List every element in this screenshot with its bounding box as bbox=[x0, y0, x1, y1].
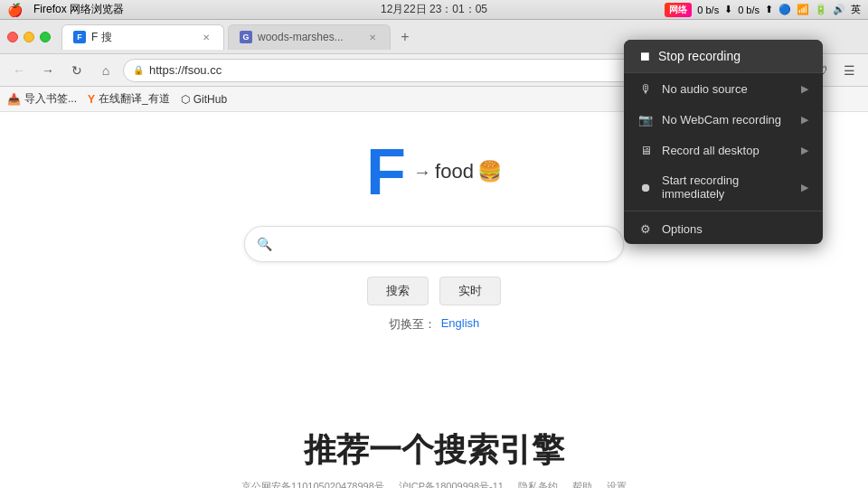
browser-window: F F 搜 ✕ G woods-marshes... ✕ + ← → ↻ ⌂ 🔒… bbox=[0, 20, 868, 488]
arrow-icon-desktop: ▶ bbox=[801, 145, 808, 156]
bookmark-import-label: 导入书签... bbox=[24, 91, 77, 107]
help[interactable]: 帮助 bbox=[572, 480, 592, 488]
privacy: 隐私条约 bbox=[518, 480, 558, 488]
bookmark-github-icon: ⬡ bbox=[181, 93, 190, 106]
tab-close-woods[interactable]: ✕ bbox=[366, 31, 379, 43]
bookmark-youdao-icon: Y bbox=[88, 93, 95, 106]
bookmark-github[interactable]: ⬡ GitHub bbox=[181, 93, 227, 106]
bluetooth-icon: 🔵 bbox=[778, 4, 791, 15]
icp2: 沪ICP备18009998号-11 bbox=[399, 480, 504, 488]
bottom-section: 推荐一个搜索引擎 京公网安备110105020478998号 沪ICP备1800… bbox=[0, 410, 868, 488]
logo-f: F bbox=[366, 139, 406, 204]
app-name: Firefox 网络浏览器 bbox=[33, 2, 124, 17]
menubar-datetime: 12月22日 23：01：05 bbox=[381, 2, 487, 17]
network-up: 0 b/s bbox=[738, 5, 760, 15]
menubar-right: 网络 0 b/s ⬇ 0 b/s ⬆ 🔵 📶 🔋 🔊 英 bbox=[665, 3, 861, 17]
network-down: 0 b/s bbox=[697, 5, 719, 15]
search-buttons: 搜索 实时 bbox=[367, 277, 501, 305]
minimize-button[interactable] bbox=[24, 32, 34, 42]
logo-area: F → food 🍔 bbox=[366, 139, 502, 204]
icp1: 京公网安备110105020478998号 bbox=[241, 480, 384, 488]
new-tab-button[interactable]: + bbox=[394, 26, 416, 48]
reload-button[interactable]: ↻ bbox=[65, 59, 89, 82]
lang-switch: 切换至： English bbox=[389, 316, 480, 333]
food-label: → food 🍔 bbox=[413, 160, 502, 183]
home-button[interactable]: ⌂ bbox=[94, 59, 118, 82]
search-box-container: 🔍 bbox=[244, 226, 624, 262]
bookmark-youdao-label: 在线翻译_有道 bbox=[99, 91, 170, 107]
search-icon: 🔍 bbox=[257, 237, 272, 251]
options-icon: ⚙ bbox=[638, 221, 653, 236]
battery-icon: 🔋 bbox=[815, 4, 827, 15]
settings[interactable]: 设置 bbox=[607, 480, 627, 488]
dropdown-item-start[interactable]: ⏺ Start recording immediately ▶ bbox=[624, 165, 823, 209]
wifi-icon: 📶 bbox=[797, 4, 809, 15]
stop-recording-icon: ⏹ bbox=[638, 49, 651, 63]
network-badge: 网络 bbox=[665, 3, 692, 17]
menubar-left: 🍎 Firefox 网络浏览器 bbox=[7, 2, 124, 17]
food-emoji: 🍔 bbox=[477, 160, 502, 183]
apple-logo[interactable]: 🍎 bbox=[7, 3, 23, 17]
address-text: https://fsou.cc bbox=[149, 63, 222, 77]
stop-recording-label: Stop recording bbox=[658, 49, 741, 63]
tab-fsou[interactable]: F F 搜 ✕ bbox=[61, 24, 224, 50]
lang-switch-text: 切换至： bbox=[389, 316, 436, 333]
maximize-button[interactable] bbox=[40, 32, 51, 42]
webcam-icon: 📷 bbox=[638, 112, 653, 127]
food-text: food bbox=[435, 160, 474, 183]
lang-indicator[interactable]: 英 bbox=[851, 3, 861, 16]
bookmark-youdao[interactable]: Y 在线翻译_有道 bbox=[88, 91, 170, 107]
download-icon: ⬇ bbox=[724, 4, 732, 15]
footer-text: 京公网安备110105020478998号 沪ICP备18009998号-11 … bbox=[18, 480, 850, 488]
realtime-button[interactable]: 实时 bbox=[439, 277, 501, 305]
arrow-text: → bbox=[413, 162, 431, 183]
volume-icon: 🔊 bbox=[833, 4, 845, 15]
arrow-icon-webcam: ▶ bbox=[801, 114, 808, 126]
tab-close-fsou[interactable]: ✕ bbox=[200, 31, 212, 43]
menu-button[interactable]: ☰ bbox=[837, 59, 861, 82]
tab-label-fsou: F 搜 bbox=[91, 30, 112, 45]
recommend-title: 推荐一个搜索引擎 bbox=[18, 428, 850, 473]
tab-favicon-woods: G bbox=[240, 31, 252, 43]
bookmark-import[interactable]: 📥 导入书签... bbox=[7, 91, 77, 107]
tab-woods[interactable]: G woods-marshes... ✕ bbox=[228, 24, 391, 50]
bookmark-import-icon: 📥 bbox=[7, 93, 21, 106]
recording-dropdown: ⏹ Stop recording 🎙 No audio source ▶ 📷 N… bbox=[624, 40, 823, 244]
close-button[interactable] bbox=[7, 32, 18, 42]
dropdown-header[interactable]: ⏹ Stop recording bbox=[624, 40, 823, 73]
search-button[interactable]: 搜索 bbox=[367, 277, 429, 305]
dropdown-item-desktop[interactable]: 🖥 Record all desktop ▶ bbox=[624, 135, 823, 165]
back-button[interactable]: ← bbox=[7, 59, 31, 82]
start-recording-label: Start recording immediately bbox=[662, 174, 792, 201]
bookmark-github-label: GitHub bbox=[193, 93, 227, 106]
dropdown-item-webcam[interactable]: 📷 No WebCam recording ▶ bbox=[624, 104, 823, 135]
no-audio-label: No audio source bbox=[662, 82, 792, 96]
tab-favicon-fsou: F bbox=[73, 31, 86, 43]
tab-label-woods: woods-marshes... bbox=[258, 31, 344, 43]
menubar: 🍎 Firefox 网络浏览器 12月22日 23：01：05 网络 0 b/s… bbox=[0, 0, 868, 20]
dropdown-item-options[interactable]: ⚙ Options bbox=[624, 213, 823, 244]
start-recording-icon: ⏺ bbox=[638, 180, 653, 194]
lock-icon: 🔒 bbox=[133, 65, 144, 75]
forward-button[interactable]: → bbox=[36, 59, 60, 82]
arrow-icon-start: ▶ bbox=[801, 182, 808, 193]
arrow-icon-audio: ▶ bbox=[801, 83, 808, 95]
desktop-icon: 🖥 bbox=[638, 143, 653, 157]
no-webcam-label: No WebCam recording bbox=[662, 113, 792, 127]
record-desktop-label: Record all desktop bbox=[662, 144, 792, 157]
dropdown-divider bbox=[624, 211, 823, 211]
traffic-lights bbox=[7, 32, 51, 42]
dropdown-item-audio[interactable]: 🎙 No audio source ▶ bbox=[624, 73, 823, 104]
microphone-icon: 🎙 bbox=[638, 81, 653, 96]
lang-link-english[interactable]: English bbox=[441, 316, 480, 333]
upload-icon: ⬆ bbox=[765, 4, 773, 15]
search-input[interactable] bbox=[244, 226, 624, 262]
options-label: Options bbox=[662, 222, 808, 236]
